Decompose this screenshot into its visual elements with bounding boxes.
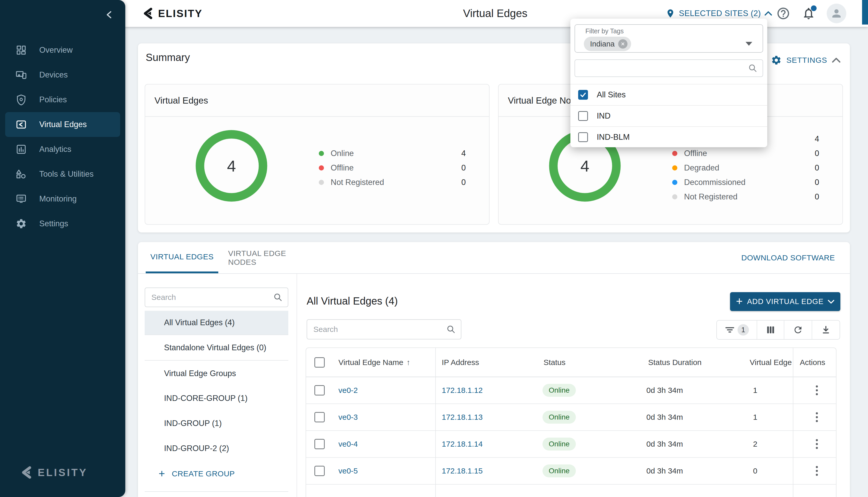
node-count: 2 [753,440,757,449]
person-icon [830,7,843,20]
checkbox-unchecked[interactable] [578,132,588,142]
row-actions-menu[interactable] [812,437,822,451]
search-icon [748,63,757,73]
sidebar: Overview Devices [0,0,125,497]
sidebar-item-analytics[interactable]: Analytics [5,137,120,162]
site-option-all-sites[interactable]: All Sites [570,84,767,105]
app-screen: ELISITY Virtual Edges SELECTED SITES (2) [0,0,868,497]
filter-by-tags-field[interactable]: Filter by Tags Indiana [574,24,763,53]
add-virtual-edge-button[interactable]: + ADD VIRTUAL EDGE [730,292,840,311]
list-item-all-virtual-edges[interactable]: All Virtual Edges (4) [145,311,288,335]
node-count: 1 [753,413,757,422]
row-actions-menu[interactable] [812,410,822,424]
table-row[interactable]: ve0-4 172.18.1.14 Online 0d 3h 34m 2 [306,431,836,458]
tab-virtual-edges[interactable]: VIRTUAL EDGES [146,242,218,273]
table-row[interactable]: ve0-2 172.18.1.12 Online 0d 3h 34m 1 [306,377,836,404]
create-group-button[interactable]: + CREATE GROUP [145,461,288,487]
sidebar-item-settings[interactable]: Settings [5,211,120,236]
filter-button[interactable]: 1 [717,321,757,339]
edge-ip-link[interactable]: 172.18.1.14 [442,440,483,449]
sidebar-item-monitoring[interactable]: Monitoring [5,186,120,211]
virtual-edges-table: Virtual Edge Name↑ IP Address Status Sta… [305,347,837,497]
edge-ip-link[interactable]: 172.18.1.15 [442,467,483,475]
legend-row: Not Registered 0 [672,189,819,204]
user-avatar[interactable] [827,4,846,23]
export-button[interactable] [812,321,840,339]
edge-name-link[interactable]: ve0-3 [338,413,358,422]
sidebar-collapse-icon[interactable] [105,11,113,18]
edge-name-link[interactable]: ve0-5 [338,467,358,475]
site-option-ind-blm[interactable]: IND-BLM [570,126,767,147]
checkbox-unchecked[interactable] [578,111,588,121]
summary-settings-button[interactable]: SETTINGS [771,55,841,66]
donut-total: 4 [195,130,268,202]
refresh-icon [793,325,803,335]
list-item-group[interactable]: IND-GROUP-2 (2) [145,436,288,461]
row-checkbox[interactable] [314,412,325,422]
sidebar-item-devices[interactable]: Devices [5,62,120,87]
edge-name-link[interactable]: ve0-4 [338,440,358,449]
row-actions-menu[interactable] [812,383,822,398]
legend-dot-degraded [672,165,677,170]
list-item-virtual-edge-groups[interactable]: Virtual Edge Groups [145,361,288,386]
column-header-status[interactable]: Status [543,358,566,367]
sidebar-item-label: Monitoring [39,194,77,203]
table-row[interactable]: ve0-5 172.18.1.15 Online 0d 3h 34m 0 [306,458,836,485]
column-header-ip[interactable]: IP Address [442,358,479,367]
column-header-duration[interactable]: Status Duration [648,358,702,367]
legend-row: Decommissioned 0 [672,175,819,189]
edges-search [307,319,461,339]
chip-remove-icon[interactable] [618,39,627,48]
sidebar-item-policies[interactable]: Policies [5,87,120,112]
row-actions-menu[interactable] [812,464,822,478]
column-divider [793,348,793,497]
sidebar-item-overview[interactable]: Overview [5,38,120,62]
row-checkbox[interactable] [314,466,325,476]
sidebar-item-tools-utilities[interactable]: Tools & Utilities [5,162,120,186]
sites-search [574,59,763,77]
sites-search-input[interactable] [575,64,748,73]
group-search-input[interactable] [145,293,273,302]
tag-chip-indiana[interactable]: Indiana [584,37,631,51]
column-header-name[interactable]: Virtual Edge Name↑ [338,358,410,367]
virtual-edges-panel: VIRTUAL EDGES VIRTUAL EDGE NODES DOWNLOA… [138,242,850,497]
row-checkbox[interactable] [314,385,325,396]
chevron-up-icon[interactable] [832,57,841,63]
elisity-mark-icon [21,466,33,479]
edge-ip-link[interactable]: 172.18.1.12 [442,386,483,395]
checkbox-checked[interactable] [578,90,588,100]
columns-button[interactable] [757,321,784,339]
sidebar-item-virtual-edges[interactable]: Virtual Edges [5,112,120,137]
list-item-group[interactable]: IND-CORE-GROUP (1) [145,386,288,411]
legend-dot-not-registered [319,180,324,185]
tab-virtual-edge-nodes[interactable]: VIRTUAL EDGE NODES [228,242,308,273]
list-item-standalone-virtual-edges[interactable]: Standalone Virtual Edges (0) [145,335,288,360]
virtual-edges-summary-card: Virtual Edges 4 Online 4 Offline 0 N [145,84,489,225]
edges-search-input[interactable] [307,325,446,334]
column-header-nodes[interactable]: Virtual Edge Nodes [750,358,792,367]
edge-ip-link[interactable]: 172.18.1.13 [442,413,483,422]
edge-name-link[interactable]: ve0-2 [338,386,358,395]
status-badge: Online [542,438,576,451]
list-item-group[interactable]: IND-GROUP (1) [145,411,288,436]
help-icon[interactable] [776,6,790,20]
page-title: Virtual Edges [463,0,527,27]
row-checkbox[interactable] [314,439,325,449]
status-badge: Online [542,384,576,397]
status-duration: 0d 3h 34m [646,440,683,449]
table-row[interactable]: ve0-3 172.18.1.13 Online 0d 3h 34m 1 [306,404,836,431]
refresh-button[interactable] [784,321,812,339]
scrollbar-thumb[interactable] [862,0,868,25]
dashboard-icon [15,44,27,56]
gear-icon [771,55,782,66]
download-software-link[interactable]: DOWNLOAD SOFTWARE [741,242,835,273]
dropdown-caret-icon[interactable] [745,42,752,46]
sidebar-item-label: Policies [39,95,67,104]
status-duration: 0d 3h 34m [646,467,683,475]
notifications-button[interactable] [801,6,816,20]
panel-divider [297,274,297,497]
site-option-ind[interactable]: IND [570,105,767,126]
settings-label: SETTINGS [786,56,827,65]
select-all-checkbox[interactable] [314,357,325,368]
shield-gear-icon [15,94,27,105]
